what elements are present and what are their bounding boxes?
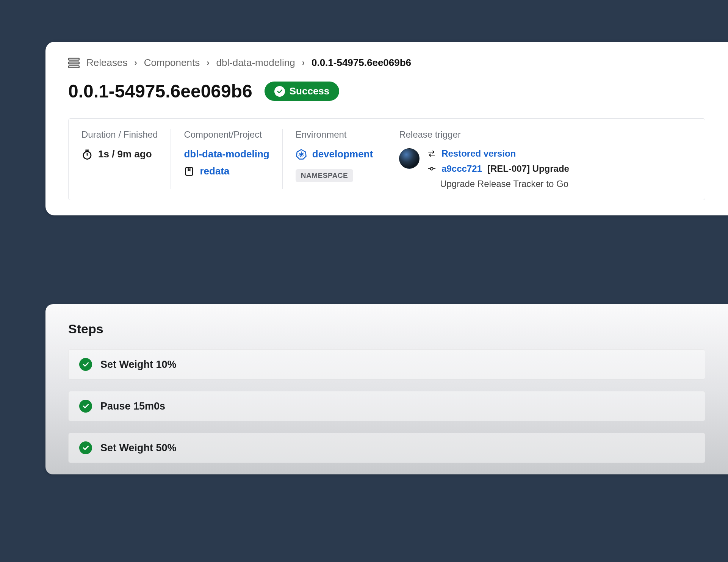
chevron-right-icon: › [302, 58, 305, 68]
commit-title: [REL-007] Upgrade [487, 163, 569, 174]
step-item[interactable]: Set Weight 10% [68, 349, 705, 380]
breadcrumb: Releases › Components › dbl-data-modelin… [68, 57, 705, 69]
swap-arrows-icon [427, 149, 436, 158]
check-circle-icon [79, 441, 92, 454]
restored-version-link[interactable]: Restored version [441, 148, 516, 159]
meta-trigger-label: Release trigger [399, 129, 692, 140]
chevron-right-icon: › [207, 58, 209, 68]
page-title: 0.0.1-54975.6ee069b6 [68, 81, 252, 102]
kubernetes-icon [296, 149, 307, 160]
stopwatch-icon [81, 149, 93, 160]
commit-icon [427, 164, 436, 173]
check-circle-icon [79, 400, 92, 413]
meta-component-label: Component/Project [184, 129, 269, 140]
breadcrumb-component-name[interactable]: dbl-data-modeling [216, 57, 295, 69]
check-circle-icon [79, 358, 92, 371]
chevron-right-icon: › [134, 58, 137, 68]
svg-point-14 [431, 168, 433, 170]
meta-duration-value: 1s / 9m ago [98, 148, 152, 160]
step-item[interactable]: Set Weight 50% [68, 433, 705, 463]
status-badge: Success [265, 82, 340, 101]
meta-environment-label: Environment [296, 129, 373, 140]
svg-rect-4 [186, 167, 193, 175]
commit-subtitle: Upgrade Release Tracker to Go [440, 179, 568, 189]
meta-component: Component/Project dbl-data-modeling reda… [171, 129, 282, 189]
breadcrumb-releases[interactable]: Releases [86, 57, 127, 69]
release-summary-card: Releases › Components › dbl-data-modelin… [45, 42, 728, 215]
meta-environment: Environment development NAMESPACE [283, 129, 386, 189]
svg-rect-2 [69, 66, 79, 68]
steps-card: Steps Set Weight 10% Pause 15m0s Set Wei… [45, 304, 728, 474]
breadcrumb-components[interactable]: Components [144, 57, 200, 69]
component-link[interactable]: dbl-data-modeling [184, 148, 269, 160]
steps-title: Steps [68, 322, 705, 336]
title-row: 0.0.1-54975.6ee069b6 Success [68, 81, 705, 102]
step-label: Pause 15m0s [100, 400, 165, 412]
status-label: Success [290, 85, 330, 97]
project-link[interactable]: redata [200, 165, 229, 177]
releases-list-icon [68, 58, 80, 68]
meta-trigger: Release trigger Restored version [386, 129, 705, 189]
step-label: Set Weight 50% [100, 442, 177, 454]
check-circle-icon [274, 86, 285, 97]
bookmark-icon [184, 166, 194, 177]
meta-duration: Duration / Finished 1s / 9m ago [69, 129, 171, 189]
meta-duration-label: Duration / Finished [81, 129, 158, 140]
breadcrumb-version: 0.0.1-54975.6ee069b6 [312, 57, 411, 69]
step-item[interactable]: Pause 15m0s [68, 391, 705, 421]
step-label: Set Weight 10% [100, 359, 177, 370]
avatar [399, 148, 420, 169]
meta-box: Duration / Finished 1s / 9m ago Componen… [68, 118, 705, 200]
svg-rect-0 [69, 58, 79, 60]
svg-rect-1 [69, 62, 79, 64]
namespace-badge: NAMESPACE [296, 169, 354, 182]
commit-hash-link[interactable]: a9ccc721 [441, 163, 482, 174]
environment-link[interactable]: development [312, 148, 373, 160]
